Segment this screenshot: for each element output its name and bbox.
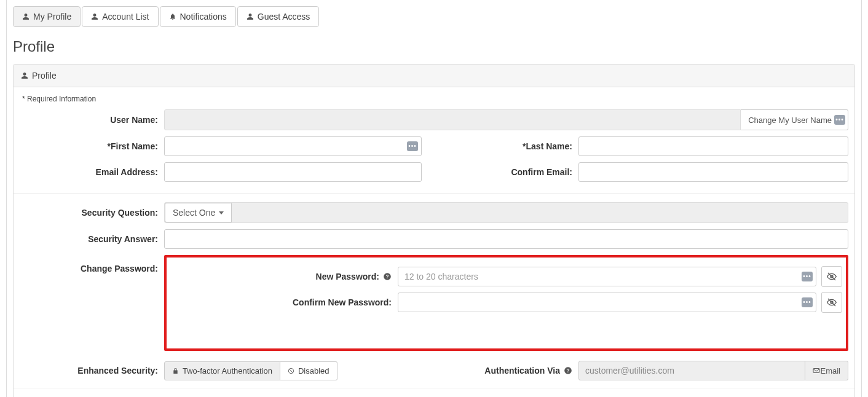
label-last-name: *Last Name: bbox=[434, 141, 578, 151]
eye-slash-icon bbox=[827, 272, 837, 281]
required-note: * Required Information bbox=[22, 95, 848, 103]
button-label: Disabled bbox=[298, 366, 329, 375]
label-change-password: Change Password: bbox=[20, 255, 164, 273]
email-field[interactable] bbox=[164, 162, 422, 182]
tab-label: Notifications bbox=[180, 12, 227, 22]
user-icon bbox=[247, 13, 254, 20]
authentication-via-field bbox=[578, 361, 805, 380]
eye-slash-icon bbox=[827, 297, 837, 307]
two-factor-button[interactable]: Two-factor Authentication bbox=[164, 361, 280, 380]
user-icon bbox=[22, 13, 30, 20]
toggle-confirm-password-visibility[interactable] bbox=[821, 292, 842, 313]
panel-heading: Profile bbox=[14, 65, 854, 87]
svg-rect-10 bbox=[813, 369, 819, 373]
label-first-name: *First Name: bbox=[20, 141, 164, 151]
security-question-dropdown[interactable]: Select One bbox=[165, 203, 232, 222]
tab-account-list[interactable]: Account List bbox=[82, 6, 158, 27]
user-icon bbox=[21, 72, 28, 79]
first-name-field[interactable] bbox=[164, 136, 422, 156]
label-security-question: Security Question: bbox=[20, 208, 164, 218]
svg-text:?: ? bbox=[386, 274, 389, 280]
svg-text:?: ? bbox=[567, 368, 570, 374]
ellipsis-icon bbox=[802, 297, 813, 307]
label-security-answer: Security Answer: bbox=[20, 234, 164, 244]
nav-tabs: My Profile Account List Notifications bbox=[13, 6, 855, 27]
user-name-display bbox=[164, 109, 741, 130]
ellipsis-icon bbox=[834, 115, 845, 125]
help-icon[interactable]: ? bbox=[564, 366, 572, 375]
lock-icon bbox=[172, 368, 179, 374]
confirm-new-password-field[interactable] bbox=[398, 293, 816, 312]
label-new-password: New Password: bbox=[316, 272, 379, 281]
tab-label: Guest Access bbox=[258, 12, 310, 22]
panel-title: Profile bbox=[32, 71, 57, 81]
dropdown-label: Select One bbox=[173, 208, 215, 218]
change-password-highlight: New Password: ? bbox=[164, 255, 848, 351]
confirm-email-field[interactable] bbox=[578, 162, 848, 182]
bell-icon bbox=[169, 13, 176, 20]
profile-panel: Profile * Required Information User Name… bbox=[13, 64, 855, 397]
envelope-icon bbox=[813, 367, 820, 374]
last-name-field[interactable] bbox=[578, 136, 848, 156]
label-email: Email Address: bbox=[20, 167, 164, 177]
label-user-name: User Name: bbox=[20, 115, 164, 125]
two-factor-toggle-group: Two-factor Authentication Disabled bbox=[164, 361, 337, 380]
ban-icon bbox=[288, 368, 294, 374]
ellipsis-icon bbox=[407, 141, 418, 151]
caret-down-icon bbox=[219, 211, 224, 214]
toggle-new-password-visibility[interactable] bbox=[821, 266, 842, 287]
label-confirm-new-password: Confirm New Password: bbox=[293, 297, 392, 307]
tab-notifications[interactable]: Notifications bbox=[160, 6, 236, 27]
label-confirm-email: Confirm Email: bbox=[434, 167, 578, 177]
user-icon bbox=[91, 13, 98, 20]
new-password-field[interactable] bbox=[398, 267, 816, 286]
tab-label: Account List bbox=[102, 12, 149, 22]
button-label: Two-factor Authentication bbox=[183, 366, 272, 375]
label-enhanced-security: Enhanced Security: bbox=[20, 366, 164, 375]
addon-label: Email bbox=[820, 366, 840, 375]
two-factor-disabled-button[interactable]: Disabled bbox=[280, 361, 337, 380]
button-label: Change My User Name bbox=[748, 116, 832, 125]
ellipsis-icon bbox=[802, 272, 813, 281]
tab-label: My Profile bbox=[33, 12, 71, 22]
label-authentication-via: Authentication Via bbox=[484, 366, 560, 375]
authentication-via-email-addon[interactable]: Email bbox=[805, 361, 848, 380]
tab-my-profile[interactable]: My Profile bbox=[13, 6, 81, 27]
tab-guest-access[interactable]: Guest Access bbox=[237, 6, 320, 27]
svg-line-7 bbox=[289, 369, 293, 372]
footer-actions: Update My Profile Edit Additional Profil… bbox=[14, 388, 854, 397]
page-title: Profile bbox=[13, 38, 855, 55]
security-answer-field[interactable] bbox=[164, 229, 848, 249]
help-icon[interactable]: ? bbox=[383, 272, 392, 281]
change-username-button[interactable]: Change My User Name bbox=[741, 109, 848, 130]
